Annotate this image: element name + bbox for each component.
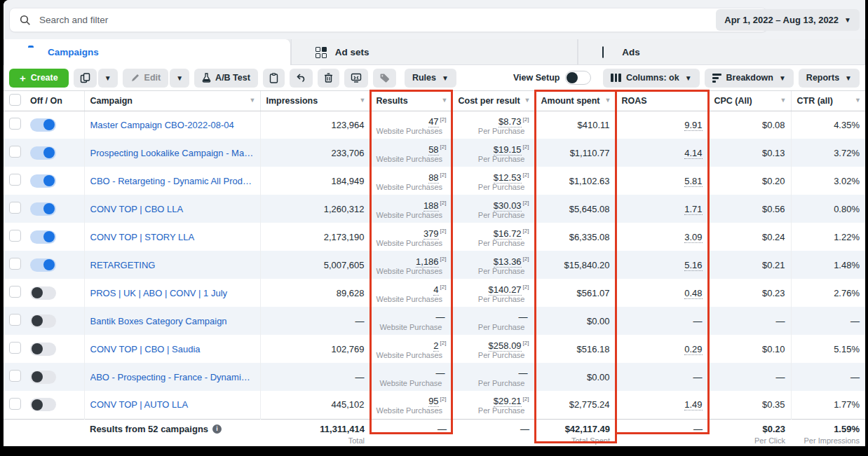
impressions-cell: 2,173,190 (260, 223, 370, 251)
campaigns-folder-icon (28, 47, 41, 57)
chevron-down-icon: ▼ (176, 74, 183, 82)
export-button[interactable] (344, 69, 368, 88)
campaign-link[interactable]: Prospecting Lookalike Campaign - Master … (90, 148, 255, 158)
results-cell: — Website Purchase (370, 363, 452, 391)
campaign-toggle[interactable] (30, 315, 56, 328)
row-checkbox[interactable] (9, 118, 21, 130)
search-input[interactable]: Search and filter (9, 8, 768, 32)
columns-button[interactable]: Columns: ok ▼ (603, 69, 699, 88)
sort-caret-icon[interactable]: ▼ (780, 97, 787, 104)
campaign-toggle[interactable] (30, 174, 56, 188)
reports-button[interactable]: Reports ▼ (799, 69, 860, 88)
edit-dropdown-button[interactable]: ▼ (170, 69, 189, 88)
info-icon[interactable]: i (212, 424, 222, 434)
header-campaign[interactable]: Campaign▼ (84, 91, 260, 111)
row-checkbox[interactable] (9, 174, 21, 186)
cpc-cell: $0.56 (708, 195, 791, 223)
campaign-link[interactable]: CONV TOP | CBO LLA (90, 204, 255, 214)
campaign-link[interactable]: CONV TOP | STORY LLA (90, 232, 255, 242)
campaign-toggle[interactable] (30, 398, 56, 411)
duplicate-dropdown-button[interactable]: ▼ (98, 69, 118, 88)
impressions-cell: 89,628 (260, 279, 370, 307)
row-checkbox[interactable] (9, 314, 21, 326)
undo-button[interactable] (290, 69, 313, 88)
campaign-toggle[interactable] (30, 202, 56, 216)
campaign-toggle[interactable] (30, 146, 56, 160)
campaign-toggle[interactable] (30, 258, 56, 272)
campaign-toggle[interactable] (30, 230, 56, 244)
flask-icon (202, 73, 211, 83)
header-cost-per-result[interactable]: Cost per result▼ (452, 91, 535, 111)
view-setup-toggle[interactable] (565, 71, 591, 85)
roas-cell: 9.91 (616, 111, 708, 139)
duplicate-button[interactable] (74, 69, 97, 88)
breakdown-button[interactable]: Breakdown ▼ (705, 69, 794, 88)
tab-ad-sets-label: Ad sets (335, 47, 369, 57)
row-checkbox[interactable] (9, 398, 21, 410)
breakdown-button-label: Breakdown (726, 73, 773, 83)
footer-roas-total: — (621, 424, 703, 434)
campaign-link[interactable]: RETARGETING (90, 260, 255, 270)
chevron-down-icon: ▼ (685, 74, 692, 82)
create-button[interactable]: + Create (9, 69, 69, 88)
campaign-toggle[interactable] (30, 286, 56, 300)
cost-per-result-cell: $140.27[2] Per Purchase (452, 279, 535, 307)
cost-per-result-cell: $30.03[2] Per Purchase (452, 195, 535, 223)
header-amount-spent[interactable]: Amount spent▼ (535, 91, 616, 111)
impressions-cell: 102,769 (260, 335, 370, 363)
roas-cell: 5.16 (616, 251, 708, 279)
header-ctr[interactable]: CTR (all)▼ (791, 91, 865, 111)
campaign-link[interactable]: CONV TOP | AUTO LLA (90, 399, 255, 410)
sort-caret-icon[interactable]: ▼ (442, 97, 448, 104)
select-all-checkbox[interactable] (9, 94, 21, 106)
date-range-picker[interactable]: Apr 1, 2022 – Aug 13, 2022 ▼ (716, 9, 860, 31)
ab-test-button[interactable]: A/B Test (194, 69, 258, 88)
header-impressions[interactable]: Impressions▼ (260, 91, 370, 111)
sort-caret-icon[interactable]: ▼ (524, 97, 531, 104)
campaign-toggle[interactable] (30, 118, 56, 132)
row-checkbox[interactable] (9, 370, 21, 382)
ctr-cell: — (791, 307, 865, 335)
sort-caret-icon[interactable]: ▼ (605, 97, 611, 104)
sort-caret-icon[interactable]: ▼ (855, 97, 861, 104)
cpc-cell: $0.08 (708, 111, 791, 139)
amount-spent-cell: $0.00 (535, 363, 616, 391)
roas-cell: 1.49 (616, 391, 708, 419)
footer-results-total: — (376, 424, 447, 434)
ctr-cell: 3.72% (791, 139, 865, 167)
clipboard-button[interactable] (263, 69, 285, 88)
sort-caret-icon[interactable]: ▼ (360, 97, 366, 104)
campaign-link[interactable]: Master Campaign CBO-2022-08-04 (90, 120, 255, 130)
row-checkbox[interactable] (9, 258, 21, 270)
undo-icon (296, 74, 306, 83)
header-roas[interactable]: ROAS (616, 91, 708, 111)
campaign-link[interactable]: Bantik Boxes Category Campaign (90, 316, 255, 326)
columns-button-label: Columns: ok (626, 73, 679, 83)
campaign-link[interactable]: CONV TOP | CBO | Saudia (90, 344, 255, 354)
campaign-link[interactable]: ABO - Prospecting - France - Dynamic All… (90, 372, 255, 382)
edit-button[interactable]: Edit (123, 69, 169, 88)
sort-caret-icon[interactable]: ▼ (250, 97, 256, 104)
rules-button[interactable]: Rules ▼ (405, 69, 456, 88)
tab-campaigns[interactable]: Campaigns (4, 39, 291, 65)
campaign-toggle[interactable] (30, 343, 56, 356)
cost-per-result-cell: $258.09[2] Per Purchase (452, 335, 535, 363)
row-checkbox[interactable] (9, 342, 21, 354)
cost-per-result-cell: $29.21[2] Per Purchase (452, 391, 535, 419)
row-checkbox[interactable] (9, 202, 21, 214)
ctr-cell: 1.22% (791, 223, 865, 251)
delete-button[interactable] (318, 69, 339, 88)
tag-button[interactable] (373, 69, 396, 88)
header-cpc[interactable]: CPC (All)▼ (708, 91, 791, 111)
campaign-toggle[interactable] (30, 371, 56, 384)
row-checkbox[interactable] (9, 230, 21, 242)
tab-ads[interactable]: Ads (578, 39, 865, 65)
row-checkbox[interactable] (9, 146, 21, 158)
campaign-link[interactable]: PROS | UK | ABO | CONV | 1 July (90, 288, 255, 298)
row-checkbox[interactable] (9, 286, 21, 298)
tab-ad-sets[interactable]: Ad sets (291, 39, 578, 65)
tag-icon (379, 73, 390, 83)
results-cell: 88[2] Website Purchases (370, 167, 452, 195)
header-results[interactable]: Results▼ (370, 91, 452, 111)
campaign-link[interactable]: CBO - Retargeting - Dynamic All Product (90, 176, 255, 186)
